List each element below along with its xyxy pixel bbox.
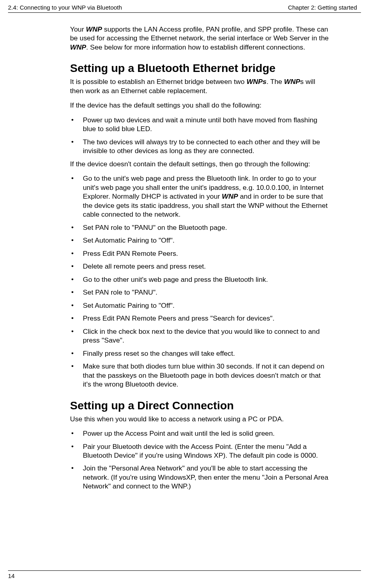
list-item: Set Automatic Pairing to "Off".	[70, 236, 329, 245]
list-item: Power up two devices and wait a minute u…	[70, 116, 329, 134]
page-number: 14	[8, 572, 361, 579]
section1-paragraph-1: It is possible to establish an Ethernet …	[70, 77, 329, 95]
section-heading-direct-connection: Setting up a Direct Connection	[70, 399, 329, 412]
list-item: Go to the other unit's web page and pres…	[70, 275, 329, 284]
list-item: Delete all remote peers and press reset.	[70, 262, 329, 271]
text-fragment: supports the LAN Access profile, PAN pro…	[70, 25, 329, 42]
header-rule	[8, 12, 361, 13]
intro-paragraph: Your WNP supports the LAN Access profile…	[70, 25, 329, 52]
product-name-plural: WNPs	[247, 78, 267, 86]
footer-rule	[8, 570, 361, 571]
header-right: Chapter 2: Getting started	[288, 4, 357, 11]
default-settings-list: Power up two devices and wait a minute u…	[70, 116, 329, 155]
page: 2.4: Connecting to your WNP via Bluetoot…	[0, 0, 369, 588]
content-area: Your WNP supports the LAN Access profile…	[0, 25, 369, 491]
page-header: 2.4: Connecting to your WNP via Bluetoot…	[0, 0, 369, 12]
list-item: Join the "Personal Area Network" and you…	[70, 464, 329, 490]
text-fragment: . See below for more information how to …	[86, 43, 305, 51]
text-fragment: Your	[70, 25, 86, 33]
section2-paragraph-1: Use this when you would like to access a…	[70, 415, 329, 423]
list-item: Finally press reset so the changes will …	[70, 349, 329, 358]
text-fragment: . The	[267, 78, 284, 86]
list-item: The two devices will always try to be co…	[70, 138, 329, 155]
direct-connection-list: Power up the Access Point and wait until…	[70, 429, 329, 491]
text-fragment: It is possible to establish an Ethernet …	[70, 78, 247, 86]
product-name: WNP	[70, 43, 86, 51]
list-item: Click in the check box next to the devic…	[70, 327, 329, 345]
product-name: WNP	[222, 192, 238, 200]
product-name: WNP	[284, 78, 300, 86]
list-item: Power up the Access Point and wait until…	[70, 429, 329, 438]
list-item: Press Edit PAN Remote Peers and press "S…	[70, 314, 329, 323]
page-footer: 14	[8, 570, 361, 579]
product-name: WNP	[86, 25, 102, 33]
section1-paragraph-2: If the device has the default settings y…	[70, 101, 329, 110]
list-item: Make sure that both diodes turn blue wit…	[70, 362, 329, 389]
list-item: Set PAN role to "PANU" on the Bluetooth …	[70, 223, 329, 232]
list-item: Go to the unit's web page and press the …	[70, 174, 329, 219]
list-item: Pair your Bluetooth device with the Acce…	[70, 442, 329, 460]
list-item: Press Edit PAN Remote Peers.	[70, 249, 329, 258]
section-heading-bluetooth-bridge: Setting up a Bluetooth Ethernet bridge	[70, 62, 329, 75]
section1-paragraph-3: If the device doesn't contain the defaul…	[70, 159, 329, 168]
header-left: 2.4: Connecting to your WNP via Bluetoot…	[8, 4, 122, 11]
list-item: Set Automatic Pairing to "Off".	[70, 301, 329, 310]
nondefault-settings-list: Go to the unit's web page and press the …	[70, 174, 329, 389]
list-item: Set PAN role to "PANU".	[70, 288, 329, 297]
